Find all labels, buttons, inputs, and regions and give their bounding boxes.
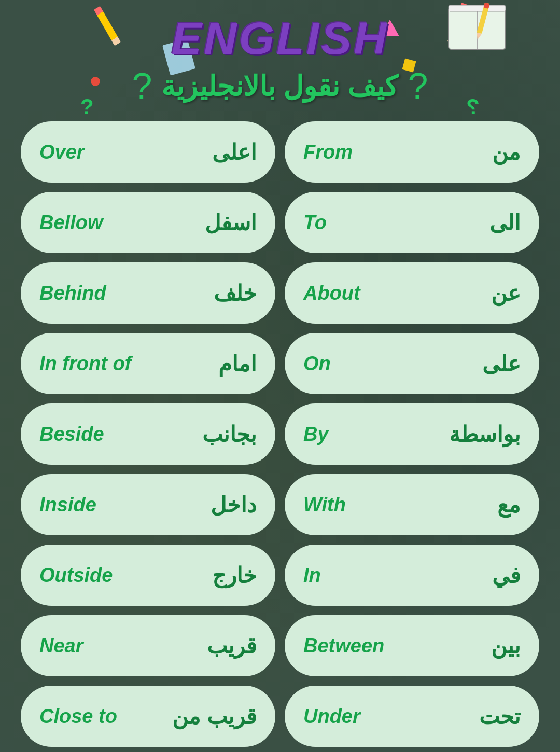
vocab-card-left-2: Behind خلف xyxy=(21,262,275,324)
vocab-card-left-5: Inside داخل xyxy=(21,474,275,535)
english-word-right-2: About xyxy=(303,282,360,304)
english-word-right-7: Between xyxy=(303,635,384,657)
arabic-word-right-1: الى xyxy=(489,210,521,235)
vocab-card-right-7: Between بين xyxy=(285,615,539,676)
english-word-right-4: By xyxy=(303,423,329,445)
arabic-word-right-8: تحت xyxy=(479,704,521,729)
english-word-right-6: In xyxy=(303,564,321,587)
vocab-card-right-2: About عن xyxy=(285,262,539,324)
arabic-word-left-0: اعلى xyxy=(212,140,257,165)
arabic-word-left-6: خارج xyxy=(212,563,257,588)
arabic-word-left-1: اسفل xyxy=(205,210,257,235)
vocab-card-right-8: Under تحت xyxy=(285,686,539,747)
arabic-word-right-7: بين xyxy=(491,633,521,659)
vocab-card-left-7: Near قريب xyxy=(21,615,275,676)
english-word-left-7: Near xyxy=(39,635,83,657)
vocab-card-right-0: From من xyxy=(285,121,539,183)
vocab-card-right-3: On على xyxy=(285,333,539,394)
arabic-word-left-3: امام xyxy=(218,351,257,377)
arabic-word-left-5: داخل xyxy=(211,492,257,518)
vocab-card-left-8: Close to قريب من xyxy=(21,686,275,747)
english-word-left-5: Inside xyxy=(39,494,96,516)
arabic-word-right-0: من xyxy=(492,140,521,165)
page-title: ENGLISH xyxy=(171,16,388,61)
english-word-right-1: To xyxy=(303,212,327,234)
english-word-left-4: Beside xyxy=(39,423,104,445)
vocab-card-left-6: Outside خارج xyxy=(21,545,275,606)
question-mark-right: ? xyxy=(132,65,152,107)
english-word-left-3: In front of xyxy=(39,353,131,375)
english-word-right-8: Under xyxy=(303,705,360,728)
arabic-word-left-7: قريب xyxy=(207,633,257,659)
vocab-card-right-1: To الى xyxy=(285,192,539,253)
vocab-card-right-6: In في xyxy=(285,545,539,606)
arabic-word-right-4: بواسطة xyxy=(449,422,521,447)
english-word-right-3: On xyxy=(303,353,331,375)
arabic-word-left-8: قريب من xyxy=(172,704,257,729)
english-word-left-1: Bellow xyxy=(39,212,103,234)
english-word-left-6: Outside xyxy=(39,564,113,587)
vocab-card-right-4: By بواسطة xyxy=(285,403,539,465)
page-subtitle: كيف نقول بالانجليزية xyxy=(161,70,398,103)
vocab-card-left-0: Over اعلى xyxy=(21,121,275,183)
page-header: ENGLISH ? كيف نقول بالانجليزية ? xyxy=(21,16,539,107)
arabic-word-right-2: عن xyxy=(491,281,521,306)
arabic-word-left-2: خلف xyxy=(214,281,257,306)
vocabulary-grid: Over اعلى From من Bellow اسفل To الى Beh… xyxy=(21,121,539,747)
english-word-right-0: From xyxy=(303,141,353,163)
english-word-left-8: Close to xyxy=(39,705,117,728)
arabic-word-left-4: بجانب xyxy=(202,422,257,447)
arabic-word-right-3: على xyxy=(482,351,521,377)
vocab-card-left-4: Beside بجانب xyxy=(21,403,275,465)
vocab-card-left-1: Bellow اسفل xyxy=(21,192,275,253)
page-container: ENGLISH ? كيف نقول بالانجليزية ? Over اع… xyxy=(0,0,560,752)
vocab-card-left-3: In front of امام xyxy=(21,333,275,394)
arabic-word-right-6: في xyxy=(492,563,521,588)
english-word-right-5: With xyxy=(303,494,346,516)
english-word-left-2: Behind xyxy=(39,282,106,304)
subtitle-row: ? كيف نقول بالانجليزية ? xyxy=(127,65,433,107)
vocab-card-right-5: With مع xyxy=(285,474,539,535)
question-mark-left: ? xyxy=(408,65,428,107)
arabic-word-right-5: مع xyxy=(497,492,521,518)
english-word-left-0: Over xyxy=(39,141,85,163)
